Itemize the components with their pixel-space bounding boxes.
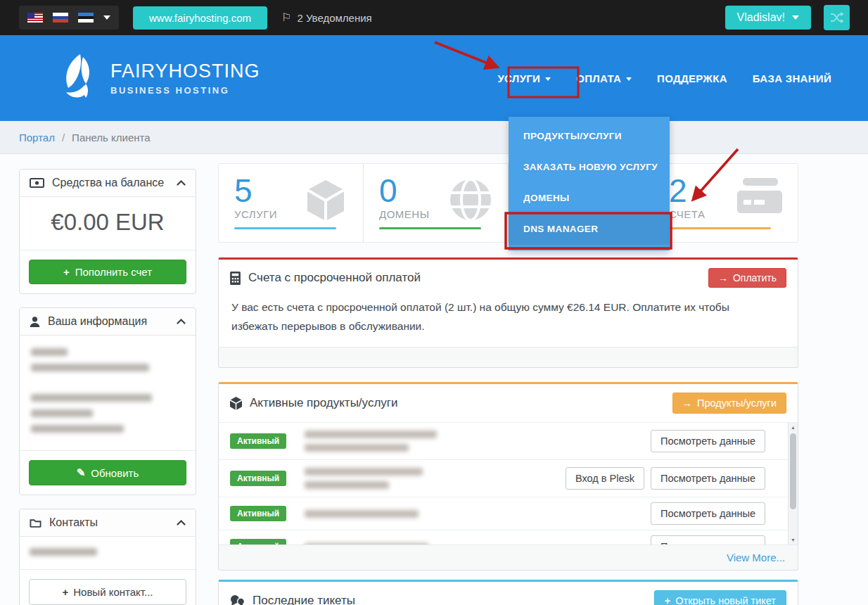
view-details-button[interactable]: Посмотреть данные bbox=[651, 430, 765, 452]
product-row[interactable]: Активный Посмотреть данные bbox=[219, 530, 798, 544]
nav-services[interactable]: УСЛУГИ bbox=[497, 72, 551, 84]
view-details-button[interactable]: Посмотреть данные bbox=[651, 467, 765, 490]
contact-redacted-name bbox=[20, 537, 196, 570]
plesk-login-button[interactable]: Вход в Plesk bbox=[566, 467, 644, 490]
view-more-link[interactable]: View More... bbox=[727, 552, 785, 563]
breadcrumb: Портал / Панель клиента bbox=[0, 121, 868, 154]
plus-icon: + bbox=[62, 586, 68, 598]
caret-down-icon[interactable] bbox=[103, 15, 110, 20]
menu-item-order-new-service[interactable]: ЗАКАЗАТЬ НОВУЮ УСЛУГУ bbox=[509, 152, 670, 183]
active-products-panel: Активные продукты/услуги → Продукты/услу… bbox=[218, 382, 798, 571]
cube-icon bbox=[230, 397, 242, 410]
collapse-chevron-icon[interactable] bbox=[177, 319, 186, 324]
cube-icon bbox=[304, 178, 347, 226]
menu-item-products-services[interactable]: ПРОДУКТЫ/УСЛУГИ bbox=[509, 121, 670, 152]
scroll-up-icon[interactable]: ▲ bbox=[789, 425, 798, 430]
product-name-redacted bbox=[305, 468, 423, 489]
services-dropdown-menu: ПРОДУКТЫ/УСЛУГИ ЗАКАЗАТЬ НОВУЮ УСЛУГУ ДО… bbox=[509, 117, 670, 250]
client-area-page: www.fairyhosting.com ⚐ 2 Уведомления Vla… bbox=[0, 0, 868, 605]
view-details-button[interactable]: Посмотреть данные bbox=[651, 535, 765, 544]
nav-support[interactable]: ПОДДЕРЖКА bbox=[657, 72, 727, 84]
ru-flag-icon[interactable] bbox=[53, 13, 68, 23]
recent-tickets-title: Последние тикеты bbox=[253, 594, 355, 605]
balance-panel-title: Средства на балансе bbox=[52, 177, 164, 189]
logo[interactable]: FAIRYHOSTING BUSINESS HOSTING bbox=[59, 53, 260, 103]
arrow-right-icon: → bbox=[718, 272, 728, 284]
scrollbar[interactable]: ▲ ▼ bbox=[788, 423, 798, 544]
open-ticket-button[interactable]: + Открыть новый тикет bbox=[654, 590, 786, 605]
shuffle-button[interactable] bbox=[824, 5, 850, 30]
view-details-button[interactable]: Посмотреть данные bbox=[651, 502, 765, 525]
user-name: Vladislav! bbox=[737, 11, 785, 24]
products-list: Активный Посмотреть данные Активный bbox=[219, 422, 798, 544]
top-bar: www.fairyhosting.com ⚐ 2 Уведомления Vla… bbox=[0, 0, 868, 35]
product-name-redacted bbox=[305, 510, 419, 518]
menu-item-dns-manager[interactable]: DNS MANAGER bbox=[509, 214, 670, 245]
active-products-title: Активные продукты/услуги bbox=[250, 396, 398, 410]
product-row[interactable]: Активный Вход в Plesk Посмотреть данные bbox=[219, 460, 798, 497]
panel-footer bbox=[219, 347, 798, 367]
contacts-panel: Контакты + Новый контакт... bbox=[19, 509, 196, 605]
pencil-icon: ✎ bbox=[77, 466, 86, 479]
us-flag-icon[interactable] bbox=[27, 13, 43, 23]
caret-down-icon bbox=[626, 77, 632, 81]
site-link-button[interactable]: www.fairyhosting.com bbox=[133, 6, 267, 30]
shuffle-icon bbox=[830, 12, 844, 23]
status-badge: Активный bbox=[230, 471, 286, 486]
arrow-right-icon: → bbox=[682, 397, 693, 409]
scrollbar-thumb[interactable] bbox=[790, 433, 796, 509]
ee-flag-icon[interactable] bbox=[78, 13, 94, 23]
stat-invoices[interactable]: 2 СЧЕТА bbox=[653, 164, 798, 242]
overdue-invoices-panel: Счета с просроченной оплатой → Оплатить … bbox=[218, 257, 798, 368]
breadcrumb-separator: / bbox=[62, 132, 65, 144]
collapse-chevron-icon[interactable] bbox=[177, 520, 186, 526]
new-contact-button[interactable]: + Новый контакт... bbox=[29, 579, 186, 605]
main-nav: УСЛУГИ ОПЛАТА ПОДДЕРЖКА БАЗА ЗНАНИЙ bbox=[497, 72, 831, 84]
status-badge: Активный bbox=[230, 433, 286, 449]
logo-title: FAIRYHOSTING bbox=[110, 60, 260, 82]
caret-down-icon bbox=[545, 77, 551, 81]
plus-icon: + bbox=[63, 266, 70, 278]
language-switcher bbox=[19, 6, 119, 30]
update-info-button[interactable]: ✎ Обновить bbox=[29, 460, 186, 485]
overdue-invoices-title: Счета с просроченной оплатой bbox=[248, 271, 421, 285]
status-badge: Активный bbox=[230, 539, 286, 544]
collapse-chevron-icon[interactable] bbox=[177, 180, 186, 186]
fairy-leaf-icon bbox=[59, 53, 100, 103]
plus-icon: + bbox=[665, 595, 670, 605]
credit-card-icon bbox=[737, 178, 782, 217]
product-name-redacted bbox=[305, 543, 428, 545]
breadcrumb-home-link[interactable]: Портал bbox=[19, 132, 55, 144]
contacts-panel-title: Контакты bbox=[49, 516, 98, 529]
banknote-icon bbox=[30, 178, 44, 188]
pay-button[interactable]: → Оплатить bbox=[708, 268, 786, 288]
status-badge: Активный bbox=[230, 506, 286, 521]
menu-item-domains[interactable]: ДОМЕНЫ bbox=[509, 183, 670, 214]
logo-subtitle: BUSINESS HOSTING bbox=[110, 85, 260, 96]
product-row[interactable]: Активный Посмотреть данные bbox=[219, 497, 798, 530]
comments-icon bbox=[230, 595, 245, 605]
stat-domains[interactable]: 0 ДОМЕНЫ bbox=[364, 164, 509, 242]
your-info-redacted-details bbox=[20, 336, 196, 451]
overdue-invoices-message: У вас есть счета с просроченной оплатой … bbox=[219, 296, 774, 347]
user-menu-button[interactable]: Vladislav! bbox=[725, 6, 811, 30]
sidebar: Средства на балансе €0.00 EUR + Пополнит… bbox=[19, 169, 196, 605]
stat-services[interactable]: 5 УСЛУГИ bbox=[219, 164, 364, 242]
calculator-icon bbox=[230, 272, 241, 285]
globe-icon bbox=[449, 178, 492, 224]
nav-billing[interactable]: ОПЛАТА bbox=[576, 72, 632, 84]
add-funds-button[interactable]: + Пополнить счет bbox=[29, 260, 186, 284]
recent-tickets-panel: Последние тикеты + Открыть новый тикет bbox=[218, 580, 798, 605]
product-row[interactable]: Активный Посмотреть данные bbox=[219, 423, 798, 460]
folder-icon bbox=[30, 518, 42, 528]
products-services-button[interactable]: → Продукты/услуги bbox=[672, 393, 786, 414]
nav-knowledgebase[interactable]: БАЗА ЗНАНИЙ bbox=[753, 72, 831, 84]
caret-down-icon bbox=[792, 15, 799, 20]
breadcrumb-current: Панель клиента bbox=[72, 132, 151, 144]
main-header: FAIRYHOSTING BUSINESS HOSTING УСЛУГИ ОПЛ… bbox=[0, 35, 868, 121]
balance-amount: €0.00 EUR bbox=[20, 197, 196, 250]
notifications-link[interactable]: ⚐ 2 Уведомления bbox=[281, 12, 372, 24]
scroll-down-icon[interactable]: ▼ bbox=[789, 537, 798, 542]
products-footer: View More... bbox=[219, 544, 798, 570]
product-name-redacted bbox=[305, 431, 437, 452]
